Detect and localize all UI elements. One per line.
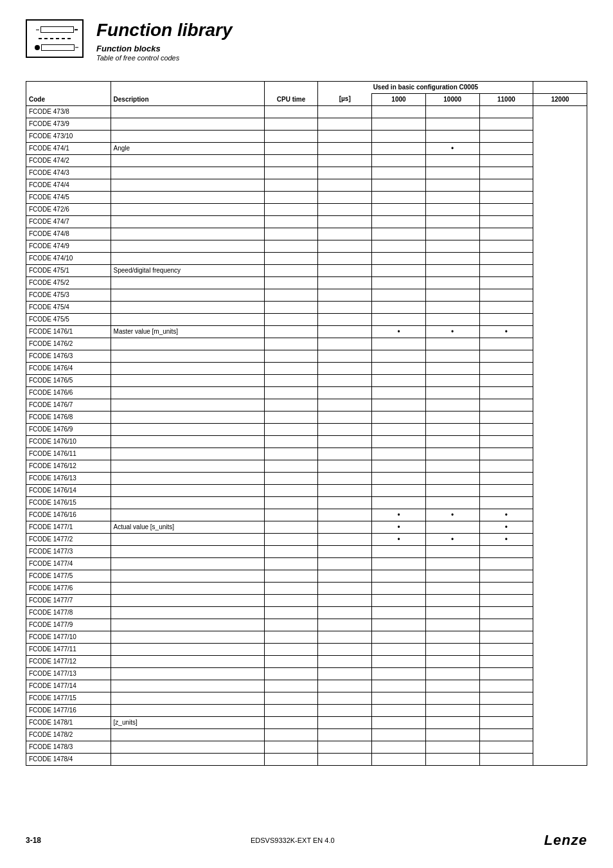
cell-config <box>425 619 479 631</box>
cell-config <box>318 533 372 545</box>
cell-config <box>425 545 479 557</box>
cell-config <box>479 240 533 252</box>
cell-desc: Speed/digital frequency <box>111 264 264 276</box>
cell-cpu <box>264 130 318 142</box>
cell-config <box>318 203 372 215</box>
cell-cpu <box>264 350 318 362</box>
cell-config <box>479 753 533 765</box>
cell-config <box>425 215 479 228</box>
cell-cpu <box>264 423 318 435</box>
cell-config <box>425 643 479 655</box>
cell-cpu <box>264 386 318 399</box>
cell-config <box>425 276 479 289</box>
cell-code: FCODE 1477/3 <box>26 545 111 557</box>
page-title: Function library <box>96 19 233 41</box>
cell-config <box>372 557 426 570</box>
cell-config <box>479 728 533 741</box>
cell-config <box>425 167 479 179</box>
cell-desc <box>111 130 264 142</box>
cell-cpu <box>264 557 318 570</box>
cell-config <box>318 386 372 399</box>
table-row: FCODE 1476/5 <box>26 374 587 386</box>
cell-config <box>479 460 533 472</box>
cell-config <box>425 655 479 667</box>
cell-cpu <box>264 228 318 240</box>
table-row: FCODE 474/10 <box>26 252 587 264</box>
cell-config <box>318 240 372 252</box>
cell-code: FCODE 475/4 <box>26 301 111 313</box>
cell-cpu <box>264 338 318 350</box>
cell-config: • <box>372 521 426 533</box>
cell-config <box>372 142 426 154</box>
cell-config <box>425 557 479 570</box>
table-body: FCODE 473/8FCODE 473/9FCODE 473/10FCODE … <box>26 105 587 765</box>
cell-code: FCODE 1476/9 <box>26 423 111 435</box>
cell-cpu <box>264 191 318 203</box>
cell-config: • <box>372 509 426 521</box>
table-row: FCODE 474/5 <box>26 191 587 203</box>
table-row: FCODE 1476/10 <box>26 435 587 448</box>
cell-config <box>372 484 426 496</box>
cell-config <box>318 643 372 655</box>
cell-config <box>318 521 372 533</box>
th-code: Code <box>26 81 111 105</box>
cell-code: FCODE 473/10 <box>26 130 111 142</box>
table-row: FCODE 473/9 <box>26 118 587 130</box>
table-row: FCODE 1478/4 <box>26 753 587 765</box>
cell-config <box>372 472 426 484</box>
cell-config <box>372 582 426 594</box>
cell-config <box>372 228 426 240</box>
cell-code: FCODE 473/9 <box>26 118 111 130</box>
cell-config <box>318 276 372 289</box>
cell-desc <box>111 460 264 472</box>
cell-desc <box>111 301 264 313</box>
cell-config <box>425 496 479 509</box>
cell-config <box>479 472 533 484</box>
cell-config <box>372 435 426 448</box>
table-row: FCODE 1477/6 <box>26 582 587 594</box>
cell-config <box>318 423 372 435</box>
cell-config <box>479 606 533 619</box>
cell-code: FCODE 1477/7 <box>26 594 111 606</box>
cell-config <box>479 105 533 118</box>
cell-cpu <box>264 362 318 374</box>
cell-code: FCODE 474/1 <box>26 142 111 154</box>
cell-desc <box>111 496 264 509</box>
cell-config <box>372 423 426 435</box>
cell-config <box>479 692 533 704</box>
cell-desc: [z_units] <box>111 716 264 728</box>
header-subtitle: Function blocks <box>96 44 233 53</box>
cell-config <box>425 423 479 435</box>
cell-config: • <box>479 521 533 533</box>
cell-code: FCODE 1476/15 <box>26 496 111 509</box>
cell-cpu <box>264 570 318 582</box>
table-row: FCODE 1478/3 <box>26 741 587 753</box>
cell-config <box>318 313 372 325</box>
cell-config: • <box>479 325 533 338</box>
cell-config <box>318 325 372 338</box>
cell-config <box>318 716 372 728</box>
cell-config <box>372 496 426 509</box>
cell-desc <box>111 215 264 228</box>
cell-code: FCODE 474/3 <box>26 167 111 179</box>
cell-cpu <box>264 215 318 228</box>
cell-config <box>318 289 372 301</box>
cell-config <box>425 154 479 167</box>
cell-config <box>372 130 426 142</box>
cell-config <box>479 716 533 728</box>
cell-cpu <box>264 203 318 215</box>
cell-config <box>372 606 426 619</box>
table-row: FCODE 1477/12 <box>26 655 587 667</box>
cell-config <box>372 179 426 191</box>
cell-desc <box>111 399 264 411</box>
cell-cpu <box>264 105 318 118</box>
cell-cpu <box>264 179 318 191</box>
cell-cpu <box>264 142 318 154</box>
cell-config <box>425 130 479 142</box>
cell-config <box>372 631 426 643</box>
cell-config <box>372 704 426 716</box>
cell-config <box>372 667 426 680</box>
cell-cpu <box>264 374 318 386</box>
cell-code: FCODE 1478/3 <box>26 741 111 753</box>
cell-config <box>425 606 479 619</box>
